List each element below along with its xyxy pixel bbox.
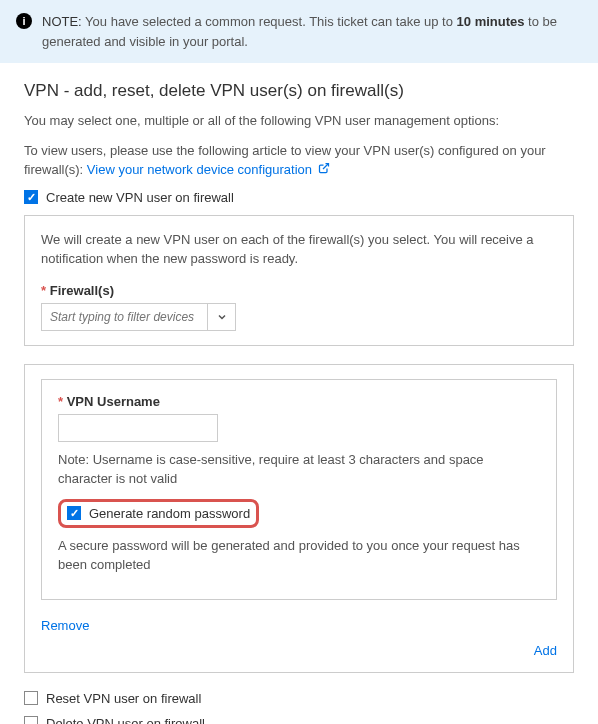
delete-user-option[interactable]: Delete VPN user on firewall — [24, 716, 574, 725]
note-label: NOTE: — [42, 14, 82, 29]
create-user-checkbox[interactable] — [24, 190, 38, 204]
note-bold: 10 minutes — [457, 14, 525, 29]
chevron-down-icon[interactable] — [207, 304, 235, 330]
username-input[interactable] — [58, 414, 218, 442]
create-user-panel: We will create a new VPN user on each of… — [24, 215, 574, 346]
vpn-users-panel: * VPN Username Note: Username is case-se… — [24, 364, 574, 673]
generate-password-label: Generate random password — [89, 506, 250, 521]
vpn-user-entry: * VPN Username Note: Username is case-se… — [41, 379, 557, 600]
info-text: NOTE: You have selected a common request… — [42, 12, 582, 51]
generate-password-highlight: Generate random password — [58, 499, 259, 528]
intro-text-1: You may select one, multiple or all of t… — [24, 111, 574, 131]
generate-password-hint: A secure password will be generated and … — [58, 536, 540, 575]
intro-text-2: To view users, please use the following … — [24, 141, 574, 180]
create-user-label: Create new VPN user on firewall — [46, 190, 234, 205]
required-marker: * — [41, 283, 46, 298]
info-icon: i — [16, 13, 32, 29]
page-title: VPN - add, reset, delete VPN user(s) on … — [24, 81, 574, 101]
create-user-option[interactable]: Create new VPN user on firewall — [24, 190, 574, 205]
remove-user-link[interactable]: Remove — [41, 618, 89, 633]
reset-user-option[interactable]: Reset VPN user on firewall — [24, 691, 574, 706]
add-user-link[interactable]: Add — [534, 643, 557, 658]
firewalls-combobox[interactable] — [41, 303, 236, 331]
view-config-link-text: View your network device configuration — [87, 162, 312, 177]
username-label: * VPN Username — [58, 394, 540, 409]
firewalls-input[interactable] — [42, 304, 207, 330]
firewalls-label: * Firewall(s) — [41, 283, 557, 298]
note-text-before: You have selected a common request. This… — [82, 14, 457, 29]
view-config-link[interactable]: View your network device configuration — [87, 162, 331, 177]
username-label-text: VPN Username — [67, 394, 160, 409]
create-panel-desc: We will create a new VPN user on each of… — [41, 230, 557, 269]
reset-user-label: Reset VPN user on firewall — [46, 691, 201, 706]
svg-line-0 — [323, 164, 329, 170]
generate-password-checkbox[interactable] — [67, 506, 81, 520]
info-banner: i NOTE: You have selected a common reque… — [0, 0, 598, 63]
firewalls-label-text: Firewall(s) — [50, 283, 114, 298]
external-link-icon — [315, 163, 330, 177]
delete-user-checkbox[interactable] — [24, 716, 38, 724]
required-marker: * — [58, 394, 63, 409]
reset-user-checkbox[interactable] — [24, 691, 38, 705]
username-hint: Note: Username is case-sensitive, requir… — [58, 450, 540, 489]
delete-user-label: Delete VPN user on firewall — [46, 716, 205, 725]
